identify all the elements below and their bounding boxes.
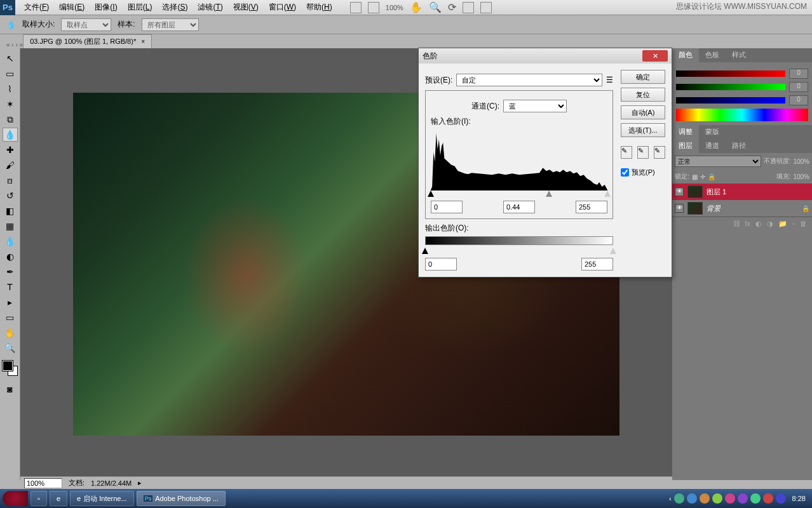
input-sliders[interactable] [431,190,607,198]
ok-button[interactable]: 确定 [621,70,665,84]
white-eyedropper-icon[interactable]: ✎ [654,146,665,159]
tray-icon[interactable] [712,493,722,504]
tab-nav-arrows[interactable]: « ‹ › » [6,41,23,48]
red-value[interactable]: 0 [789,69,808,79]
output-gradient[interactable] [425,236,613,245]
menu-s[interactable]: 选择(S) [157,2,193,13]
menu-e[interactable]: 编辑(E) [54,2,90,13]
green-value[interactable]: 0 [789,82,808,92]
menu-i[interactable]: 图像(I) [90,2,122,13]
tray-expand-icon[interactable]: ‹ [669,495,672,502]
tray-icon[interactable] [776,493,786,504]
crop-tool[interactable]: ⧉ [3,112,18,126]
lasso-tool[interactable]: ⌇ [3,82,18,96]
gray-eyedropper-icon[interactable]: ✎ [637,146,649,159]
blur-tool[interactable]: 💧 [3,234,18,248]
arrange-icon[interactable] [463,2,474,13]
zoom-input[interactable]: 100% [24,478,62,488]
tab-swatches[interactable]: 色板 [699,48,726,62]
tray-icon[interactable] [763,493,773,504]
lock-pixels-icon[interactable]: ▦ [692,173,698,180]
color-swatches[interactable] [3,361,18,376]
black-eyedropper-icon[interactable]: ✎ [621,146,632,159]
close-icon[interactable]: × [141,38,145,45]
eraser-tool[interactable]: ◧ [3,204,18,218]
green-slider[interactable] [676,84,785,90]
history-brush-tool[interactable]: ↺ [3,189,18,203]
clock[interactable]: 8:28 [788,495,809,502]
output-black-field[interactable] [425,258,457,271]
lock-all-icon[interactable]: 🔒 [708,173,715,180]
hand-icon[interactable]: ✋ [410,1,423,13]
mask-icon[interactable]: ◐ [755,220,762,228]
tray-icon[interactable] [750,493,761,504]
visibility-icon[interactable]: 👁 [675,204,684,213]
blue-value[interactable]: 0 [789,95,808,105]
zoom-icon[interactable]: 🔍 [429,1,442,13]
color-spectrum[interactable] [676,109,808,121]
tray-icon[interactable] [700,493,710,504]
healing-tool[interactable]: ✚ [3,143,18,157]
tab-adjust[interactable]: 调整 [672,125,699,139]
eyedropper-tool[interactable]: 💧 [3,128,18,142]
workspace-icon[interactable] [480,2,492,13]
layer-name[interactable]: 图层 1 [707,187,726,197]
pen-tool[interactable]: ✒ [3,265,18,279]
layer-row[interactable]: 👁 背景 🔒 [672,200,812,217]
menu-w[interactable]: 窗口(W) [264,2,301,13]
stamp-tool[interactable]: ⧈ [3,173,18,187]
preview-checkbox-input[interactable] [621,168,629,177]
output-white-slider[interactable] [610,248,616,254]
lock-position-icon[interactable]: ✛ [700,173,705,180]
start-button[interactable] [3,491,28,506]
link-icon[interactable]: ⛓ [733,220,740,228]
tray-icon[interactable] [674,493,684,504]
sample-select[interactable]: 所有图层 [142,18,199,31]
black-point-slider[interactable] [428,190,434,197]
gamma-slider[interactable] [546,190,552,197]
type-tool[interactable]: T [3,280,18,294]
tab-mask[interactable]: 蒙版 [699,125,726,139]
tab-layers[interactable]: 图层 [672,139,699,153]
foreground-color-swatch[interactable] [3,361,13,371]
dialog-titlebar[interactable]: 色阶 ✕ [419,48,672,64]
output-sliders[interactable] [425,248,613,255]
input-white-field[interactable] [576,201,607,213]
output-black-slider[interactable] [422,248,428,254]
rotate-icon[interactable]: ⟳ [448,1,456,13]
proof-icon[interactable] [368,2,379,13]
options-button[interactable]: 选项(T)... [621,123,665,137]
quicklaunch-desktop-icon[interactable]: ▫ [30,491,47,506]
zoom-level[interactable]: 100% [386,4,403,11]
layer-row[interactable]: 👁 图层 1 [672,184,812,200]
preset-select[interactable]: 自定 [456,74,602,86]
taskbar-item[interactable]: e启动 Interne... [70,491,134,506]
channel-select[interactable]: 蓝 [503,100,567,112]
fx-icon[interactable]: fx [745,220,751,228]
delete-icon[interactable]: 🗑 [800,220,807,228]
tray-icon[interactable] [687,493,697,504]
tab-channels[interactable]: 通道 [699,139,726,153]
layer-thumbnail[interactable] [687,202,703,215]
visibility-icon[interactable]: 👁 [675,187,684,196]
adjustment-icon[interactable]: ◑ [767,220,773,228]
tray-icon[interactable] [738,493,748,504]
group-icon[interactable]: 📁 [778,220,787,228]
marquee-tool[interactable]: ▭ [3,67,18,81]
quicklaunch-ie-icon[interactable]: e [50,491,67,506]
move-tool[interactable]: ↖ [3,51,18,65]
layer-name[interactable]: 背景 [707,204,721,213]
preview-checkbox[interactable]: 预览(P) [621,168,665,177]
path-select-tool[interactable]: ▸ [3,295,18,309]
taskbar-item[interactable]: PsAdobe Photoshop ... [137,491,226,506]
preset-menu-icon[interactable]: ☰ [606,76,613,84]
magic-wand-tool[interactable]: ✶ [3,97,18,111]
opacity-value[interactable]: 100% [793,158,809,165]
sample-size-select[interactable]: 取样点 [61,18,111,31]
tab-paths[interactable]: 路径 [726,139,752,153]
tab-styles[interactable]: 样式 [726,48,752,62]
menu-l[interactable]: 图层(L) [123,2,158,13]
input-black-field[interactable] [431,201,463,213]
fill-value[interactable]: 100% [793,173,809,180]
menu-v[interactable]: 视图(V) [228,2,264,13]
